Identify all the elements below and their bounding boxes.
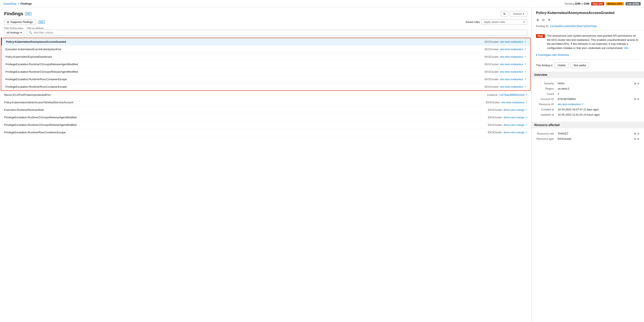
severity-alert: High The anonymous user system:anonymous… [536,34,640,50]
table-row[interactable]: Recon:EC2/PortProbeUnprotectedPort Insta… [0,91,532,99]
overview-resource-row: Resource ID eks-test-nodeankur ↗ [536,102,640,107]
useful-button[interactable]: Useful [554,63,568,68]
table-row[interactable]: Execution:Kubernetes/ExecInKubeSystemPod… [1,46,530,53]
resource-id-ext-icon[interactable]: ↗ [581,103,584,106]
saved-rules-select[interactable]: Apply saved rules ▾ [482,19,527,25]
resource-link[interactable]: eks-test-nodeankur [500,48,523,51]
resource-link[interactable]: eks-test-nodeankur [500,78,523,81]
saved-rules-chevron-icon: ▾ [524,21,525,24]
breadcrumb-app[interactable]: GuardDuty [3,2,16,5]
filter-status-select[interactable]: All findings ▾ [4,30,24,36]
not-useful-button[interactable]: Not useful [570,63,589,68]
investigate-row: ℹ Investigate with Detective [536,53,640,60]
table-row[interactable]: Policy:Kubernetes/AdminAccessToDefaultSe… [0,99,532,106]
account-zoom-out[interactable]: ⊖ [637,98,640,101]
suppress-label: Suppress Findings [10,21,33,24]
finding-resource: EKSCluster: eks-test-nodeankur ↗ [484,48,526,51]
finding-resource: EKSCluster: demo-eks-mango ↗ [488,123,527,126]
region-value: us-west-2 [558,86,640,91]
resource-type-row: Resource type EKSCluster ⊕ ⊖ [536,136,640,141]
finding-resource: EKSCluster: eks-test-nodeankur ↗ [484,55,526,58]
resource-link[interactable]: demo-eks-mango [504,131,524,134]
filter-status-label: Filter finding status [4,27,24,29]
account-zoom-in[interactable]: ⊕ [634,98,636,101]
external-link-icon[interactable]: ↗ [525,101,527,104]
search-input[interactable] [34,31,525,34]
resource-link[interactable]: eks-test-nodeankur [502,101,524,104]
severity-zoom-in[interactable]: ⊕ [634,82,636,85]
high-badge[interactable]: High (23) [591,2,604,6]
table-row[interactable]: PrivilegeEscalation:Runtime/RuncContaine… [0,129,532,136]
finding-name: Execution:Runtime/ReverseShell [4,108,44,111]
finding-name: PrivilegeEscalation:Runtime/RuncContaine… [6,85,67,88]
external-link-icon[interactable]: ↗ [525,131,527,134]
resource-role-zoom-in[interactable]: ⊕ [634,132,636,135]
table-row[interactable]: PrivilegeEscalation:Runtime/CGroupsRelea… [1,61,530,68]
resource-link[interactable]: demo-eks-mango [504,108,524,111]
external-link-icon[interactable]: ↗ [524,70,526,73]
resource-link[interactable]: eks-test-nodeankur [500,70,523,73]
severity-zoom-out[interactable]: ⊖ [637,82,640,85]
table-row[interactable]: Execution:Runtime/ReverseShell EKSCluste… [0,106,532,114]
created-at-label: Created at [536,107,557,112]
resource-role-zoom-out[interactable]: ⊖ [637,132,640,135]
overview-account-row: Account ID 679196758854 ⊕ ⊖ [536,97,640,101]
page-title: Findings [4,11,23,17]
resource-link[interactable]: eks-test-nodeankur [500,55,523,58]
close-button[interactable]: ✕ [547,17,551,23]
suppress-info-badge[interactable]: Info [38,21,45,24]
table-row[interactable]: PrivilegeEscalation:Runtime/CGroupsRelea… [0,121,532,129]
detail-header: Policy:Kubernetes/AnonymousAccessGranted… [532,8,644,31]
table-row[interactable]: Policy:Kubernetes/AnonymousAccessGranted… [1,38,530,46]
resource-type-zoom-out[interactable]: ⊖ [637,137,640,140]
external-link-icon[interactable]: ↗ [524,40,526,43]
investigate-link[interactable]: Investigate with Detective [538,53,569,57]
resource-role-value-cell: TARGET ⊕ ⊖ [558,131,640,136]
resource-id-link[interactable]: eks-test-nodeankur ↗ [558,103,640,106]
resource-link[interactable]: i-027bae4f8f85022b4 [499,93,524,96]
external-link-icon[interactable]: ↗ [524,48,526,51]
finding-resource: EKSCluster: eks-test-nodeankur ↗ [484,78,526,81]
findings-title: Findings Info [4,11,32,17]
resource-role-label: Resource role [536,131,557,136]
zoom-out-button[interactable]: ⊖ [542,18,545,22]
external-link-icon[interactable]: ↗ [524,78,526,81]
external-link-icon[interactable]: ↗ [525,109,527,111]
resource-link[interactable]: eks-test-nodeankur [500,40,523,43]
refresh-button[interactable]: ↻ [501,11,508,17]
finding-id-link[interactable]: 12c5ae60c1ed4c836135e67a02ef7da0 [550,25,597,28]
suppress-findings-button[interactable]: ⊟ Suppress Findings [4,19,36,25]
search-icon: 🔍 [29,31,32,34]
finding-resource: EKSCluster: eks-test-nodeankur ↗ [484,70,526,73]
resource-type-zoom-in[interactable]: ⊕ [634,137,636,140]
feedback-row: This finding is Useful Not useful [536,63,640,68]
table-row[interactable]: PrivilegeEscalation:Runtime/RuncContaine… [1,83,530,90]
zoom-in-button[interactable]: ⊕ [536,18,540,22]
external-link-icon[interactable]: ↗ [525,124,527,126]
external-link-icon[interactable]: ↗ [525,116,527,119]
suppress-icon: ⊟ [7,21,9,24]
table-row[interactable]: PrivilegeEscalation:Runtime/RuncContaine… [1,76,530,83]
filter-search-container: 🔍 [27,30,527,36]
table-row[interactable]: PrivilegeEscalation:Runtime/CGroupsRelea… [1,68,530,76]
findings-info-badge[interactable]: Info [25,12,32,16]
external-link-icon[interactable]: ↗ [524,63,526,66]
low-badge[interactable]: Low (2088) [626,2,641,6]
resource-link[interactable]: eks-test-nodeankur [500,63,523,66]
table-row[interactable]: Policy:Kubernetes/ExposedDashboard EKSCl… [1,53,530,61]
resource-link[interactable]: demo-eks-mango [504,123,524,126]
alert-info-link[interactable]: Info [624,47,628,50]
left-panel: Findings Info ↻ Actions ▾ ⊟ Suppress Fin… [0,8,532,322]
external-link-icon[interactable]: ↗ [524,55,526,58]
table-row[interactable]: PrivilegeEscalation:Runtime/CGroupsRelea… [0,114,532,121]
finding-name: PrivilegeEscalation:Runtime/RuncContaine… [4,131,66,134]
resource-link[interactable]: eks-test-nodeankur [500,85,523,88]
medium-badge[interactable]: Medium (187) [606,2,624,6]
actions-button[interactable]: Actions ▾ [510,11,527,17]
external-link-icon[interactable]: ↗ [525,94,527,96]
saved-rules-placeholder: Apply saved rules [484,21,505,24]
finding-name: PrivilegeEscalation:Runtime/CGroupsRelea… [6,63,78,66]
external-link-icon[interactable]: ↗ [524,85,526,88]
severity-zoom-controls: ⊕ ⊖ [634,82,640,85]
resource-link[interactable]: demo-eks-mango [504,116,524,119]
